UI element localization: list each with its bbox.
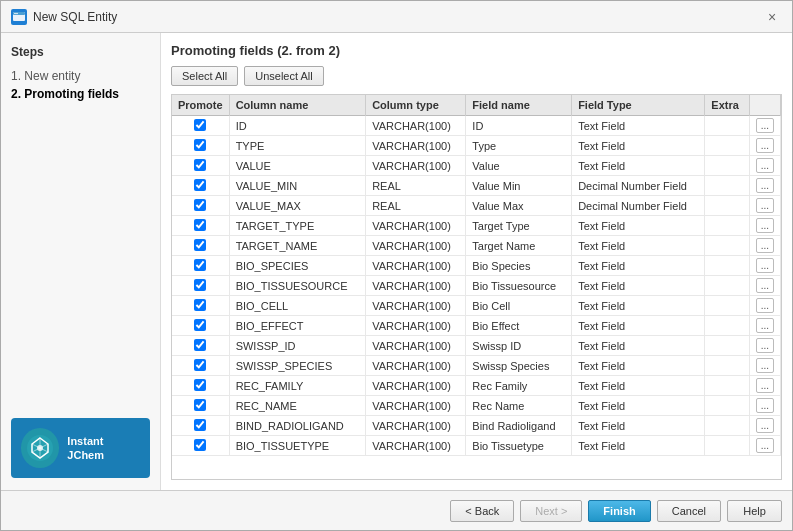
fieldType-cell: Decimal Number Field <box>572 176 705 196</box>
cancel-button[interactable]: Cancel <box>657 500 721 522</box>
extra-cell <box>705 396 749 416</box>
finish-button[interactable]: Finish <box>588 500 650 522</box>
dots-cell: ... <box>749 416 780 436</box>
promote-checkbox[interactable] <box>194 159 206 171</box>
promote-checkbox[interactable] <box>194 199 206 211</box>
panel-title: Promoting fields (2. from 2) <box>171 43 782 58</box>
promote-checkbox[interactable] <box>194 219 206 231</box>
extra-cell <box>705 436 749 456</box>
promote-cell <box>172 256 229 276</box>
promote-checkbox[interactable] <box>194 259 206 271</box>
dots-cell: ... <box>749 196 780 216</box>
promote-cell <box>172 296 229 316</box>
dots-cell: ... <box>749 176 780 196</box>
fieldName-cell: Bio Species <box>466 256 572 276</box>
table-row: BIO_SPECIESVARCHAR(100)Bio SpeciesText F… <box>172 256 781 276</box>
help-button[interactable]: Help <box>727 500 782 522</box>
row-options-button[interactable]: ... <box>756 278 774 293</box>
fields-table: Promote Column name Column type Field na… <box>172 95 781 456</box>
step-2[interactable]: 2. Promoting fields <box>11 85 150 103</box>
promote-cell <box>172 356 229 376</box>
columnName-cell: BIO_CELL <box>229 296 366 316</box>
promote-checkbox[interactable] <box>194 339 206 351</box>
row-options-button[interactable]: ... <box>756 298 774 313</box>
promote-checkbox[interactable] <box>194 299 206 311</box>
columnName-cell: TARGET_NAME <box>229 236 366 256</box>
dialog-icon <box>11 9 27 25</box>
promote-checkbox[interactable] <box>194 439 206 451</box>
step-1[interactable]: 1. New entity <box>11 67 150 85</box>
fieldType-cell: Text Field <box>572 356 705 376</box>
fieldType-cell: Text Field <box>572 376 705 396</box>
dots-cell: ... <box>749 316 780 336</box>
dots-cell: ... <box>749 116 780 136</box>
row-options-button[interactable]: ... <box>756 258 774 273</box>
promote-checkbox[interactable] <box>194 399 206 411</box>
columnName-cell: VALUE_MIN <box>229 176 366 196</box>
row-options-button[interactable]: ... <box>756 358 774 373</box>
promote-cell <box>172 276 229 296</box>
row-options-button[interactable]: ... <box>756 118 774 133</box>
fieldName-cell: Swissp Species <box>466 356 572 376</box>
step-2-label: Promoting fields <box>24 87 119 101</box>
dots-cell: ... <box>749 336 780 356</box>
table-row: REC_NAMEVARCHAR(100)Rec NameText Field..… <box>172 396 781 416</box>
step-1-number: 1. <box>11 69 21 83</box>
extra-cell <box>705 136 749 156</box>
promote-checkbox[interactable] <box>194 359 206 371</box>
table-row: TYPEVARCHAR(100)TypeText Field... <box>172 136 781 156</box>
fieldName-cell: Bind Radioligand <box>466 416 572 436</box>
table-scroll[interactable]: Promote Column name Column type Field na… <box>172 95 781 479</box>
fieldName-cell: Value <box>466 156 572 176</box>
promote-checkbox[interactable] <box>194 239 206 251</box>
row-options-button[interactable]: ... <box>756 218 774 233</box>
promote-checkbox[interactable] <box>194 419 206 431</box>
table-row: VALUE_MINREALValue MinDecimal Number Fie… <box>172 176 781 196</box>
promote-checkbox[interactable] <box>194 379 206 391</box>
back-button[interactable]: < Back <box>450 500 514 522</box>
extra-cell <box>705 156 749 176</box>
fieldName-cell: Swissp ID <box>466 336 572 356</box>
row-options-button[interactable]: ... <box>756 138 774 153</box>
promote-checkbox[interactable] <box>194 179 206 191</box>
row-options-button[interactable]: ... <box>756 198 774 213</box>
promote-cell <box>172 376 229 396</box>
columnType-cell: VARCHAR(100) <box>366 356 466 376</box>
row-options-button[interactable]: ... <box>756 378 774 393</box>
fieldType-cell: Text Field <box>572 296 705 316</box>
columnName-cell: REC_FAMILY <box>229 376 366 396</box>
promote-checkbox[interactable] <box>194 139 206 151</box>
fieldType-cell: Text Field <box>572 416 705 436</box>
promote-cell <box>172 116 229 136</box>
promote-cell <box>172 176 229 196</box>
row-options-button[interactable]: ... <box>756 238 774 253</box>
extra-cell <box>705 256 749 276</box>
row-options-button[interactable]: ... <box>756 398 774 413</box>
close-button[interactable]: × <box>762 7 782 27</box>
promote-cell <box>172 396 229 416</box>
columnType-cell: VARCHAR(100) <box>366 336 466 356</box>
columnType-cell: VARCHAR(100) <box>366 416 466 436</box>
unselect-all-button[interactable]: Unselect All <box>244 66 323 86</box>
dots-cell: ... <box>749 236 780 256</box>
row-options-button[interactable]: ... <box>756 418 774 433</box>
header-promote: Promote <box>172 95 229 116</box>
promote-checkbox[interactable] <box>194 319 206 331</box>
next-button[interactable]: Next > <box>520 500 582 522</box>
promote-checkbox[interactable] <box>194 119 206 131</box>
table-row: TARGET_NAMEVARCHAR(100)Target NameText F… <box>172 236 781 256</box>
promote-cell <box>172 416 229 436</box>
promote-checkbox[interactable] <box>194 279 206 291</box>
row-options-button[interactable]: ... <box>756 438 774 453</box>
columnName-cell: VALUE_MAX <box>229 196 366 216</box>
header-field-type: Field Type <box>572 95 705 116</box>
row-options-button[interactable]: ... <box>756 318 774 333</box>
select-all-button[interactable]: Select All <box>171 66 238 86</box>
promote-cell <box>172 136 229 156</box>
row-options-button[interactable]: ... <box>756 158 774 173</box>
header-extra: Extra <box>705 95 749 116</box>
row-options-button[interactable]: ... <box>756 178 774 193</box>
promote-cell <box>172 236 229 256</box>
row-options-button[interactable]: ... <box>756 338 774 353</box>
fieldType-cell: Text Field <box>572 216 705 236</box>
